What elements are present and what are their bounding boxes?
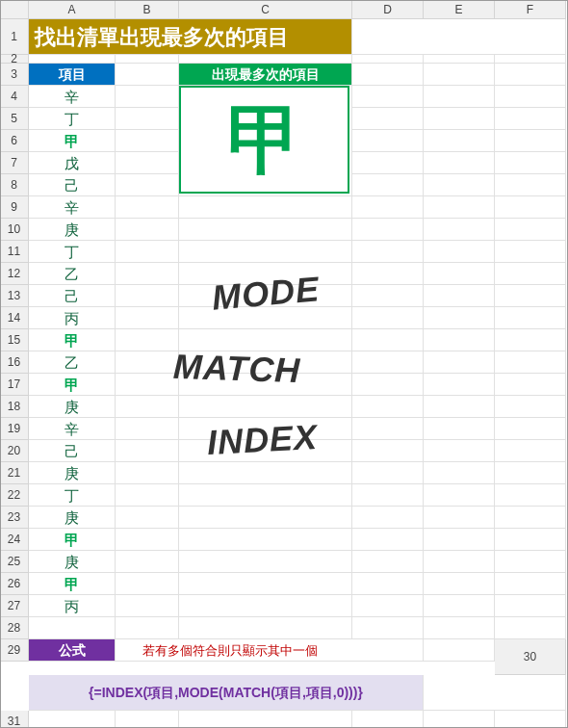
cell-blank[interactable] (179, 55, 352, 64)
cell-blank[interactable] (424, 108, 495, 130)
formula-cell[interactable]: {=INDEX(項目,MODE(MATCH(項目,項目,0)))} (29, 675, 424, 711)
cell-blank[interactable] (352, 152, 424, 174)
item-cell[interactable]: 甲 (29, 529, 116, 551)
row-header-14[interactable]: 14 (0, 307, 29, 329)
cell-blank[interactable] (116, 219, 179, 241)
col-header-C[interactable]: C (179, 0, 352, 19)
cell-blank[interactable] (29, 617, 116, 639)
cell-blank[interactable] (424, 86, 495, 108)
row-header-20[interactable]: 20 (0, 440, 29, 462)
cell-blank[interactable] (116, 285, 179, 307)
cell-blank[interactable] (116, 595, 179, 617)
row-header-13[interactable]: 13 (0, 285, 29, 307)
row-header-1[interactable]: 1 (0, 19, 29, 55)
cell-blank[interactable] (116, 711, 179, 728)
cell-blank[interactable] (352, 86, 424, 108)
cell-blank[interactable] (116, 617, 179, 639)
cell-blank[interactable] (424, 130, 495, 152)
row-header-18[interactable]: 18 (0, 396, 29, 418)
cell-blank[interactable] (495, 462, 566, 484)
row-header-2[interactable]: 2 (0, 55, 29, 64)
cell-blank[interactable] (29, 55, 116, 64)
cell-blank[interactable] (424, 418, 495, 440)
item-cell[interactable]: 甲 (29, 329, 116, 351)
item-cell[interactable]: 庚 (29, 396, 116, 418)
cell-blank[interactable] (179, 241, 352, 263)
cell-blank[interactable] (116, 484, 179, 507)
result-box-cell[interactable]: 甲 (179, 86, 352, 196)
cell-blank[interactable] (495, 174, 566, 196)
cell-blank[interactable] (424, 675, 566, 711)
item-cell[interactable]: 甲 (29, 573, 116, 595)
item-cell[interactable]: 戊 (29, 152, 116, 174)
cell-blank[interactable] (116, 130, 179, 152)
cell-blank[interactable] (116, 418, 179, 440)
cell-blank[interactable] (352, 418, 424, 440)
item-cell[interactable]: 丙 (29, 595, 116, 617)
row-header-6[interactable]: 6 (0, 130, 29, 152)
cell-blank[interactable] (424, 639, 495, 662)
cell-blank[interactable] (352, 174, 424, 196)
cell-blank[interactable] (116, 196, 179, 219)
row-header-3[interactable]: 3 (0, 64, 29, 86)
row-header-26[interactable]: 26 (0, 573, 29, 595)
cell-blank[interactable] (179, 711, 352, 728)
row-header-4[interactable]: 4 (0, 86, 29, 108)
row-header-27[interactable]: 27 (0, 595, 29, 617)
col-header-F[interactable]: F (495, 0, 566, 19)
cell-blank[interactable] (179, 529, 352, 551)
cell-blank[interactable] (495, 374, 566, 396)
cell-blank[interactable] (495, 307, 566, 329)
cell-blank[interactable] (179, 551, 352, 573)
cell-blank[interactable] (352, 573, 424, 595)
cell-blank[interactable] (116, 86, 179, 108)
cell-blank[interactable] (179, 484, 352, 507)
cell-blank[interactable] (352, 351, 424, 374)
row-header-30[interactable]: 30 (495, 639, 566, 675)
cell-blank[interactable] (424, 617, 495, 639)
cell-blank[interactable] (116, 396, 179, 418)
cell-blank[interactable] (424, 595, 495, 617)
cell-blank[interactable] (352, 108, 424, 130)
cell-blank[interactable] (424, 711, 495, 728)
row-header-10[interactable]: 10 (0, 219, 29, 241)
cell-blank[interactable] (495, 617, 566, 639)
row-header-8[interactable]: 8 (0, 174, 29, 196)
cell-blank[interactable] (352, 396, 424, 418)
cell-blank[interactable] (495, 573, 566, 595)
row-header-19[interactable]: 19 (0, 418, 29, 440)
cell-blank[interactable] (116, 529, 179, 551)
row-header-7[interactable]: 7 (0, 152, 29, 174)
cell-blank[interactable] (424, 174, 495, 196)
col-header-D[interactable]: D (352, 0, 424, 19)
cell-blank[interactable] (352, 374, 424, 396)
cell-blank[interactable] (116, 551, 179, 573)
item-cell[interactable]: 己 (29, 174, 116, 196)
cell-blank[interactable] (424, 307, 495, 329)
cell-blank[interactable] (29, 711, 116, 728)
cell-blank[interactable] (352, 711, 424, 728)
cell-blank[interactable] (179, 219, 352, 241)
cell-blank[interactable] (116, 263, 179, 285)
cell-blank[interactable] (424, 55, 495, 64)
cell-blank[interactable] (495, 263, 566, 285)
cell-blank[interactable] (495, 595, 566, 617)
cell-blank[interactable] (495, 108, 566, 130)
col-header-E[interactable]: E (424, 0, 495, 19)
cell-blank[interactable] (116, 241, 179, 263)
cell-blank[interactable] (424, 529, 495, 551)
cell-blank[interactable] (424, 440, 495, 462)
item-cell[interactable]: 甲 (29, 130, 116, 152)
cell-blank[interactable] (424, 507, 495, 529)
cell-blank[interactable] (424, 219, 495, 241)
cell-blank[interactable] (424, 396, 495, 418)
item-cell[interactable]: 丁 (29, 108, 116, 130)
cell-blank[interactable] (495, 130, 566, 152)
cell-blank[interactable] (352, 130, 424, 152)
col-header-B[interactable]: B (116, 0, 179, 19)
cell-blank[interactable] (495, 219, 566, 241)
item-cell[interactable]: 辛 (29, 418, 116, 440)
cell-blank[interactable] (352, 595, 424, 617)
cell-blank[interactable] (352, 329, 424, 351)
cell-blank[interactable] (495, 152, 566, 174)
